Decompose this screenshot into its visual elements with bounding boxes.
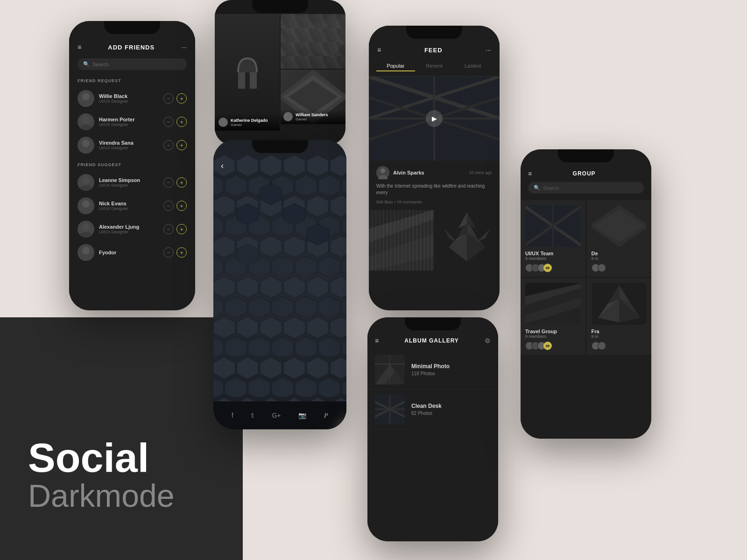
tab-popular[interactable]: Popular [376,61,415,71]
phone-feed-content: ≡ FEED ··· Popular Recent Lastest [369,26,500,310]
add-friends-title: ADD FRIENDS [108,44,155,51]
group-card-fra[interactable]: Fra 9 m [587,278,652,355]
accept-button[interactable]: + [176,247,187,258]
tab-recent[interactable]: Recent [415,61,454,71]
search-bar[interactable]: 🔍 Search [78,58,187,70]
search-input[interactable]: Search [92,62,109,67]
group-search-icon: 🔍 [534,185,540,191]
friend-name: Fyodor [99,250,159,255]
album-item-clean-desk[interactable]: Clean Desk 62 Photos [367,390,498,429]
friend-role: UI/UX Designer [99,146,159,150]
member-avatar [598,342,606,350]
phone-profile-content: Katherine Delgado Gamer [215,0,345,145]
accept-button[interactable]: + [176,140,187,150]
group-search-input[interactable]: Search [543,185,559,191]
friend-actions: − + [163,93,187,104]
instagram-icon[interactable]: 📷 [298,412,306,419]
play-button-overlay: ▶ [369,77,500,161]
post-author-avatar [376,166,389,179]
avatar-fyodor [78,244,94,261]
accept-button[interactable]: + [176,177,187,188]
album-header: ≡ ALBUM GALLERY ⚙ [367,333,498,350]
avatar-virendra [78,137,94,154]
photo-user-role-2: Gamer [296,117,328,121]
friend-name: Leanne Simpson [99,177,159,183]
phone-album: ≡ ALBUM GALLERY ⚙ Minimal Photo 118 Phot… [367,317,498,541]
twitter-icon[interactable]: 𝕥 [251,412,254,419]
feed-menu-icon[interactable]: ≡ [377,46,381,54]
friend-request-item: Willie Black UI/UX Designer − + [69,87,195,110]
group-menu-icon[interactable]: ≡ [528,170,532,177]
friend-name: Alexander Ljung [99,224,159,230]
google-plus-icon[interactable]: G+ [272,412,281,419]
member-count-badge: 05 [543,264,552,272]
photo-grid: Katherine Delgado Gamer [215,14,345,131]
member-avatars-de [592,264,647,272]
post-author-name: Alvin Sparks [393,170,424,175]
group-card-travel[interactable]: Travel Group 9 members 05 [521,278,585,355]
svg-marker-47 [369,247,434,271]
accept-button[interactable]: + [176,201,187,211]
svg-point-1 [79,101,92,107]
reject-button[interactable]: − [163,140,174,150]
back-button[interactable]: ‹ [221,161,224,171]
friend-info-virendra: Virendra Sana UI/UX Designer [99,140,159,150]
group-card-de[interactable]: De 9 m [587,200,652,277]
facebook-icon[interactable]: f [232,412,233,419]
avatar-nick [78,197,94,214]
album-menu-icon[interactable]: ≡ [375,337,379,344]
group-card-uiux[interactable]: UI/UX Team 9 members 05 [521,200,585,277]
play-button[interactable]: ▶ [426,110,443,127]
post-author: Alvin Sparks 20 mins ago [376,166,492,179]
brand-title: Social [28,437,175,478]
svg-point-11 [79,232,92,238]
friend-request-label: FRIEND REQUEST [69,77,195,87]
reject-button[interactable]: − [163,201,174,211]
tab-lastest[interactable]: Lastest [453,61,492,71]
group-members-de: 9 m [592,256,647,261]
accept-button[interactable]: + [176,224,187,234]
phone-feed: ≡ FEED ··· Popular Recent Lastest [369,26,500,310]
reject-button[interactable]: − [163,93,174,104]
reject-button[interactable]: − [163,177,174,188]
group-members-travel: 9 members [525,334,581,339]
friend-actions: − + [163,247,187,258]
feed-more-icon[interactable]: ··· [486,46,491,54]
album-name-clean-desk: Clean Desk [411,403,442,409]
feed-hero-image: ▶ [369,77,500,161]
phone-album-content: ≡ ALBUM GALLERY ⚙ Minimal Photo 118 Phot… [367,317,498,541]
reject-button[interactable]: − [163,224,174,234]
album-info-clean-desk: Clean Desk 62 Photos [411,403,442,416]
pinterest-icon[interactable]: 𝑷 [324,412,328,420]
svg-marker-49 [369,219,434,257]
reject-button[interactable]: − [163,247,174,258]
friend-role: UI/UX Designer [99,183,159,188]
accept-button[interactable]: + [176,117,187,127]
phone-hexagon-content: ‹ f 𝕥 [213,140,346,429]
photo-poly [281,14,345,69]
more-options-icon[interactable]: ··· [181,43,187,51]
friend-info-nick: Nick Evans UI/UX Designer [99,201,159,211]
album-thumb-minimal [375,355,405,385]
phone-profile: Katherine Delgado Gamer [215,0,345,145]
friend-actions: − + [163,140,187,150]
svg-point-6 [82,177,90,184]
group-members-uiux: 9 members [525,256,581,261]
avatar-harmen [78,113,94,130]
album-thumb-clean-desk [375,394,405,424]
group-search-bar[interactable]: 🔍 Search [528,182,644,194]
group-grid: UI/UX Team 9 members 05 [521,200,651,355]
phone-group-content: ≡ GROUP 🔍 Search UI/UX Team 9 me [521,149,651,439]
settings-icon[interactable]: ⚙ [485,337,491,344]
friend-info-leanne: Leanne Simpson UI/UX Designer [99,177,159,188]
accept-button[interactable]: + [176,93,187,104]
album-item-minimal[interactable]: Minimal Photo 118 Photos [367,350,498,390]
svg-point-3 [79,125,92,130]
reject-button[interactable]: − [163,117,174,127]
svg-rect-14 [238,72,245,89]
menu-icon[interactable]: ≡ [78,43,81,51]
social-bar: f 𝕥 G+ 📷 𝑷 [213,401,346,429]
svg-rect-46 [369,210,434,271]
post-author-info: Alvin Sparks [393,170,424,175]
group-name-fra: Fra [592,329,647,334]
